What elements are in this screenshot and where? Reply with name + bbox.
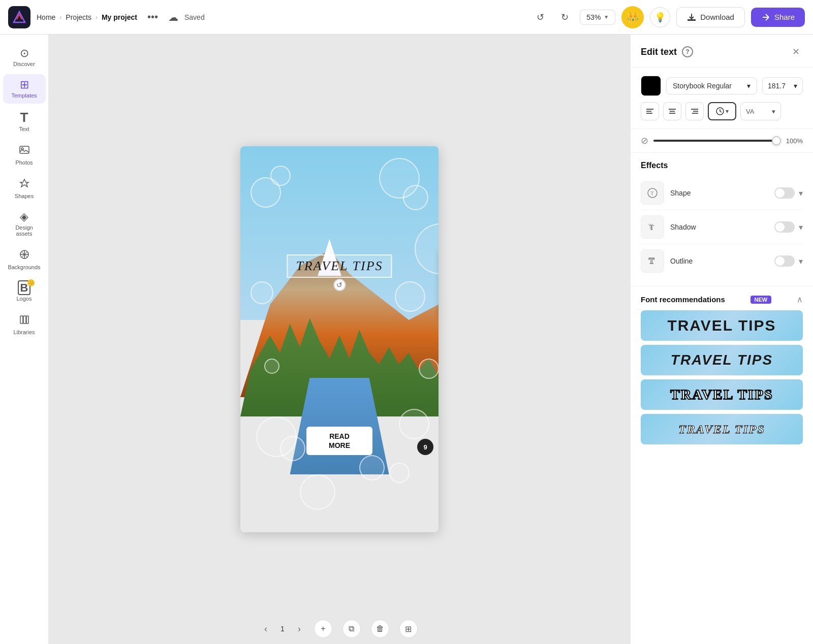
breadcrumb-sep1: › (59, 14, 61, 21)
sidebar-item-text[interactable]: T Text (3, 106, 46, 137)
undo-button[interactable]: ↺ (531, 8, 549, 26)
text-color-swatch[interactable] (641, 76, 661, 96)
sidebar-item-logos[interactable]: B 👑 Logos (3, 277, 46, 307)
sidebar-label-text: Text (19, 126, 29, 132)
font-rec-3-text: TRAVEL TIPS (670, 387, 773, 403)
more-options[interactable]: ••• (143, 9, 162, 25)
sidebar-label-templates: Templates (11, 92, 37, 99)
svg-rect-12 (670, 111, 675, 112)
rotate-handle[interactable]: ↺ (333, 279, 346, 291)
shape-toggle[interactable] (774, 187, 795, 199)
opacity-row: ⊘ 100% (631, 129, 813, 153)
sidebar-item-discover[interactable]: ⊙ Discover (3, 43, 46, 72)
shapes-icon (19, 178, 30, 191)
font-recommendations: Font recommendations NEW ∧ TRAVEL TIPS T… (631, 286, 813, 457)
shape-effect-item: T Shape ▾ (641, 176, 803, 210)
sidebar-item-backgrounds[interactable]: Backgrounds (3, 244, 46, 275)
svg-rect-5 (26, 316, 28, 324)
sidebar-label-discover: Discover (13, 61, 35, 67)
page-indicator: 1 (280, 625, 285, 633)
sidebar-item-photos[interactable]: Photos (3, 139, 46, 171)
svg-rect-16 (692, 113, 698, 114)
home-link[interactable]: Home (37, 13, 55, 21)
shadow-toggle[interactable] (774, 221, 795, 233)
align-center-button[interactable] (663, 102, 681, 120)
svg-rect-15 (693, 111, 698, 112)
font-rec-3[interactable]: TRAVEL TIPS (641, 379, 803, 410)
shape-expand[interactable]: ▾ (799, 188, 803, 198)
spacing-arrow: ▾ (772, 108, 775, 115)
sidebar-label-libraries: Libraries (13, 329, 35, 335)
svg-rect-3 (20, 316, 23, 324)
delete-page-button[interactable]: 🗑 (371, 620, 389, 638)
sidebar-item-shapes[interactable]: Shapes (3, 173, 46, 204)
svg-rect-10 (646, 113, 652, 114)
templates-icon: ⊞ (20, 79, 29, 90)
backgrounds-icon (19, 249, 30, 262)
opacity-slider[interactable] (653, 140, 781, 142)
topbar: Home › Projects › My project ••• ☁ Saved… (0, 0, 813, 35)
opacity-thumb[interactable] (772, 136, 781, 145)
right-panel: Edit text ? ✕ Storybook Regular ▾ 181.7 … (630, 35, 813, 644)
font-select-arrow: ▾ (747, 82, 751, 90)
font-recs-collapse[interactable]: ∧ (797, 295, 803, 304)
design-assets-icon: ◈ (20, 211, 28, 222)
read-more-box[interactable]: READMORE (306, 427, 372, 455)
shadow-expand[interactable]: ▾ (799, 222, 803, 232)
svg-rect-4 (23, 316, 26, 324)
bubble (389, 463, 410, 483)
libraries-icon (19, 314, 30, 327)
letter-spacing-button[interactable]: VA ▾ (740, 102, 781, 120)
panel-title: Edit text ? (641, 46, 693, 57)
crown-badge[interactable]: 👑 (621, 6, 644, 28)
duplicate-page-button[interactable]: ⧉ (342, 620, 361, 638)
bubble (300, 474, 335, 510)
ideas-button[interactable]: 💡 (650, 7, 670, 27)
font-rec-2-bg: TRAVEL TIPS (641, 345, 803, 375)
canvas-container[interactable]: TRAVEL TIPS ↺ READMORE 9 (240, 146, 439, 532)
outline-expand[interactable]: ▾ (799, 256, 803, 266)
text-effects-button[interactable]: ▾ (708, 102, 736, 120)
canvas-text: TRAVEL TIPS (296, 259, 383, 273)
next-page-button[interactable]: › (295, 621, 304, 637)
sidebar-item-templates[interactable]: ⊞ Templates (3, 74, 46, 104)
app-logo[interactable] (8, 6, 30, 28)
effects-section: Effects T Shape ▾ T T (631, 153, 813, 286)
breadcrumb: Home › Projects › My project (37, 13, 137, 21)
add-page-button[interactable]: + (314, 620, 332, 638)
zoom-control[interactable]: 53% ▼ (580, 10, 615, 25)
font-rec-4[interactable]: TRAVEL TIPS (641, 414, 803, 444)
zoom-value: 53% (586, 13, 601, 21)
help-icon[interactable]: ? (682, 46, 693, 57)
font-rec-2[interactable]: TRAVEL TIPS (641, 345, 803, 375)
shape-effect-thumb: T (641, 181, 664, 205)
sidebar-item-design-assets[interactable]: ◈ Design assets (3, 206, 46, 242)
sidebar: ⊙ Discover ⊞ Templates T Text Photos (0, 35, 49, 644)
current-project[interactable]: My project (102, 13, 137, 21)
share-button[interactable]: Share (751, 8, 805, 27)
sidebar-label-photos: Photos (15, 159, 33, 166)
align-right-button[interactable] (685, 102, 704, 120)
projects-link[interactable]: Projects (66, 13, 91, 21)
close-panel-button[interactable]: ✕ (789, 45, 803, 59)
outline-toggle[interactable] (774, 255, 795, 267)
font-recs-title: Font recommendations (641, 295, 725, 304)
redo-button[interactable]: ↻ (555, 8, 574, 26)
sidebar-item-libraries[interactable]: Libraries (3, 309, 46, 340)
prev-page-button[interactable]: ‹ (261, 621, 270, 637)
text-overlay[interactable]: TRAVEL TIPS ↺ (287, 254, 392, 278)
opacity-fill (653, 140, 781, 142)
download-button[interactable]: Download (676, 7, 745, 27)
font-family-selector[interactable]: Storybook Regular ▾ (666, 77, 757, 94)
outline-toggle-container: ▾ (774, 255, 803, 267)
sidebar-label-backgrounds: Backgrounds (8, 264, 40, 270)
svg-rect-9 (646, 111, 651, 112)
font-rec-1[interactable]: TRAVEL TIPS (641, 310, 803, 341)
read-more-text: READMORE (317, 432, 362, 450)
opacity-value: 100% (786, 137, 803, 145)
align-left-button[interactable] (641, 102, 659, 120)
grid-view-button[interactable]: ⊞ (399, 620, 418, 638)
font-size-control[interactable]: 181.7 ▾ (762, 77, 803, 94)
font-row: Storybook Regular ▾ 181.7 ▾ (641, 76, 803, 96)
bubble (256, 416, 297, 457)
